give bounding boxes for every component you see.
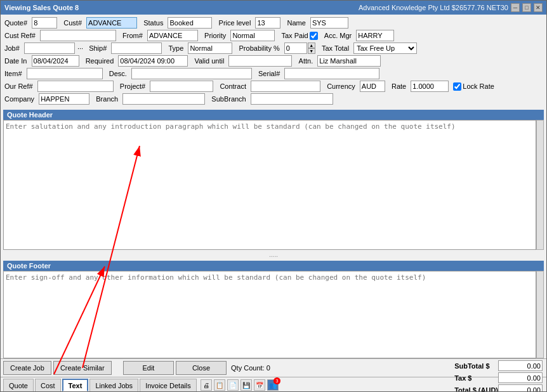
- date-in-input[interactable]: [32, 55, 79, 67]
- tab-text[interactable]: Text: [62, 379, 89, 391]
- tax-paid-checkbox[interactable]: [310, 32, 318, 40]
- ship-input[interactable]: [111, 42, 162, 54]
- title-bar: Viewing Sales Quote 8 Advanced Knowledge…: [1, 1, 546, 15]
- window-title: Viewing Sales Quote 8: [4, 4, 79, 11]
- tax-paid-wrap: Tax Paid: [282, 32, 318, 40]
- company-input[interactable]: [39, 93, 89, 105]
- calendar-icon[interactable]: 📅: [254, 379, 265, 391]
- subbranch-input[interactable]: [251, 93, 333, 105]
- lock-rate-label: Lock Rate: [463, 82, 494, 90]
- project-input[interactable]: [150, 81, 213, 92]
- lock-rate-checkbox[interactable]: [453, 82, 461, 91]
- tab-linked-jobs-label: Linked Jobs: [95, 382, 133, 389]
- maximize-button[interactable]: □: [522, 3, 531, 12]
- type-label: Type: [168, 44, 183, 52]
- quote-footer-title: Quote Footer: [3, 261, 544, 271]
- print-icon[interactable]: 🖨: [201, 379, 212, 391]
- prob-up-button[interactable]: ▲: [308, 42, 315, 48]
- quote-footer-textarea[interactable]: [3, 271, 536, 358]
- qty-count: Qty Count: 0: [231, 364, 270, 372]
- tax-label: Tax $: [454, 374, 471, 382]
- copy-icon[interactable]: 📋: [214, 379, 225, 391]
- save-icon[interactable]: 💾: [241, 379, 252, 391]
- cust-ref-label: Cust Ref#: [4, 32, 36, 39]
- create-job-button[interactable]: Create Job: [3, 361, 51, 375]
- priority-input[interactable]: [230, 30, 275, 41]
- company-info: Advanced Knowledge Pty Ltd $26577.76 NET…: [359, 4, 508, 11]
- tax-value[interactable]: [498, 372, 543, 383]
- tab-linked-jobs[interactable]: Linked Jobs: [89, 379, 138, 391]
- badge-icon[interactable]: 👥 3: [267, 379, 279, 391]
- prob-input[interactable]: [284, 42, 307, 54]
- price-level-label: Price level: [219, 19, 251, 27]
- price-level-input[interactable]: [255, 17, 280, 29]
- name-input[interactable]: [310, 17, 348, 29]
- attn-input[interactable]: [317, 55, 381, 67]
- tax-total-select[interactable]: Tax Free Up Tax Free Taxable: [353, 42, 417, 54]
- company-label: Company: [4, 95, 34, 103]
- quote-footer-wrap: [3, 271, 544, 358]
- prob-label: Probability %: [239, 44, 280, 52]
- item-input[interactable]: [27, 68, 103, 79]
- prob-spin-buttons: ▲ ▼: [308, 42, 315, 54]
- tab-quote[interactable]: Quote: [3, 379, 34, 391]
- total-value[interactable]: [498, 384, 543, 392]
- valid-until-input[interactable]: [228, 55, 292, 67]
- divider[interactable]: .....: [3, 250, 544, 259]
- cust-label: Cust#: [63, 19, 82, 27]
- form-row-3: Job# ··· Ship# Type Probability % ▲ ▼ Ta…: [4, 42, 543, 54]
- tax-row: Tax $: [454, 372, 543, 383]
- ship-label: Ship#: [89, 44, 107, 52]
- serial-input[interactable]: [284, 68, 379, 79]
- our-ref-input[interactable]: [37, 81, 114, 92]
- tax-paid-label: Tax Paid: [282, 32, 308, 39]
- job-input[interactable]: [24, 42, 75, 54]
- type-input[interactable]: [188, 42, 232, 54]
- our-ref-label: Our Ref#: [4, 82, 33, 90]
- minimize-button[interactable]: ─: [511, 3, 520, 12]
- cust-input[interactable]: [86, 17, 137, 29]
- toolbar-icons: 🖨 📋 📄 💾 📅 👥 3: [201, 379, 279, 391]
- prob-spinner: ▲ ▼: [284, 42, 315, 54]
- tab-cost-label: Cost: [41, 382, 55, 389]
- branch-input[interactable]: [122, 93, 205, 105]
- rate-input[interactable]: [411, 81, 449, 92]
- currency-input[interactable]: [360, 81, 385, 92]
- paste-icon[interactable]: 📄: [227, 379, 239, 391]
- total-label: Total $ (AUD): [454, 386, 498, 393]
- tab-quote-label: Quote: [9, 382, 28, 389]
- name-label: Name: [287, 19, 306, 27]
- from-input[interactable]: [147, 30, 198, 41]
- subbranch-label: SubBranch: [211, 95, 246, 103]
- quote-footer-scrollbar[interactable]: [536, 271, 544, 358]
- tab-invoice-details-label: Invoice Details: [145, 382, 191, 389]
- form-area: Quote# Cust# Status Price level Name Cus…: [1, 15, 546, 108]
- contract-input[interactable]: [251, 81, 320, 92]
- quote-header-textarea[interactable]: [3, 120, 536, 250]
- close-button[interactable]: ✕: [534, 3, 543, 12]
- project-label: Project#: [120, 82, 145, 90]
- acc-mgr-input[interactable]: [356, 30, 394, 41]
- required-input[interactable]: [118, 55, 188, 67]
- prob-down-button[interactable]: ▼: [308, 48, 315, 54]
- close-button[interactable]: Close: [176, 361, 227, 375]
- from-label: From#: [122, 32, 143, 39]
- edit-button[interactable]: Edit: [123, 361, 174, 375]
- quote-header-scrollbar[interactable]: [536, 120, 544, 250]
- rate-label: Rate: [392, 82, 406, 90]
- quote-header-wrap: [3, 120, 544, 250]
- button-bar: Create Job Create Similar Edit Close Qty…: [1, 358, 546, 377]
- cust-ref-input[interactable]: [40, 30, 116, 41]
- date-in-label: Date In: [4, 57, 27, 65]
- tab-invoice-details[interactable]: Invoice Details: [140, 379, 197, 391]
- subtotal-value[interactable]: [498, 360, 543, 371]
- create-similar-button[interactable]: Create Similar: [53, 361, 112, 375]
- desc-input[interactable]: [131, 68, 252, 79]
- quote-input[interactable]: [32, 17, 57, 29]
- branch-label: Branch: [96, 95, 118, 103]
- form-row-7: Company Branch SubBranch: [4, 93, 543, 105]
- status-input[interactable]: [168, 17, 212, 29]
- currency-label: Currency: [327, 82, 355, 90]
- desc-label: Desc.: [109, 70, 127, 77]
- tab-cost[interactable]: Cost: [35, 379, 61, 391]
